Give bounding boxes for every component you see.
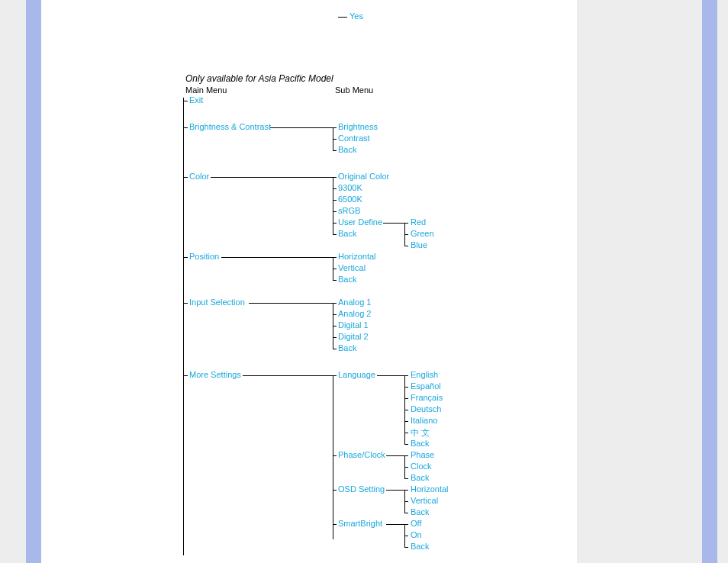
sub-input-digital2: Digital 2	[338, 332, 369, 341]
lang-italiano: Italiano	[411, 416, 437, 425]
document-page: Yes Only available for Asia Pacific Mode…	[41, 0, 577, 563]
header-sub-menu: Sub Menu	[335, 85, 373, 95]
sb-off: Off	[411, 519, 421, 528]
sub-color-userdef: User Define	[338, 217, 382, 227]
userdef-green: Green	[411, 229, 434, 238]
userdef-blue: Blue	[411, 240, 427, 249]
osd-back: Back	[411, 507, 429, 516]
viewport: Yes Only available for Asia Pacific Mode…	[0, 0, 728, 563]
sub-input-analog2: Analog 2	[338, 309, 371, 318]
lang-english: English	[411, 370, 438, 379]
sb-on: On	[411, 530, 422, 539]
menu-position: Position	[189, 252, 219, 261]
sub-ms-phaseclock: Phase/Clock	[338, 450, 385, 459]
sub-ms-language: Language	[338, 370, 375, 379]
userdef-red: Red	[411, 217, 426, 227]
menu-exit: Exit	[189, 95, 203, 105]
menu-brightness-contrast: Brightness & Contrast	[189, 122, 271, 131]
sub-bc-back: Back	[338, 145, 356, 154]
sub-color-9300k: 9300K	[338, 183, 362, 192]
section-title: Only available for Asia Pacific Model	[185, 73, 333, 84]
header-main-menu: Main Menu	[185, 85, 227, 95]
menu-input-selection: Input Selection	[189, 298, 245, 307]
lang-back: Back	[411, 439, 429, 448]
sub-bc-brightness: Brightness	[338, 122, 378, 131]
sub-color-original: Original Color	[338, 172, 389, 181]
sub-input-analog1: Analog 1	[338, 298, 371, 307]
tree-item-yes: Yes	[350, 11, 363, 21]
sub-color-back: Back	[338, 229, 356, 238]
sub-input-digital1: Digital 1	[338, 320, 369, 330]
sub-color-6500k: 6500K	[338, 195, 362, 204]
sub-input-back: Back	[338, 343, 356, 352]
pc-phase: Phase	[411, 450, 434, 459]
lang-espanol: Español	[411, 381, 441, 391]
sub-pos-back: Back	[338, 275, 356, 284]
decor-band-right	[702, 0, 717, 563]
pc-clock: Clock	[411, 462, 432, 471]
sb-back: Back	[411, 542, 429, 551]
decor-band-left	[26, 0, 41, 563]
osd-vertical: Vertical	[411, 496, 438, 505]
sub-pos-vertical: Vertical	[338, 263, 366, 272]
sub-color-srgb: sRGB	[338, 206, 360, 215]
sub-pos-horizontal: Horizontal	[338, 252, 376, 261]
lang-deutsch: Deutsch	[411, 404, 441, 413]
sub-ms-osd: OSD Setting	[338, 484, 385, 494]
menu-more-settings: More Settings	[189, 370, 241, 379]
lang-francais: Français	[411, 393, 443, 402]
pc-back: Back	[411, 473, 429, 482]
menu-color: Color	[189, 172, 209, 181]
osd-horizontal: Horizontal	[411, 484, 449, 494]
lang-chinese: 中 文	[411, 427, 430, 439]
sub-bc-contrast: Contrast	[338, 134, 370, 143]
sub-ms-smartbright: SmartBright	[338, 519, 382, 528]
